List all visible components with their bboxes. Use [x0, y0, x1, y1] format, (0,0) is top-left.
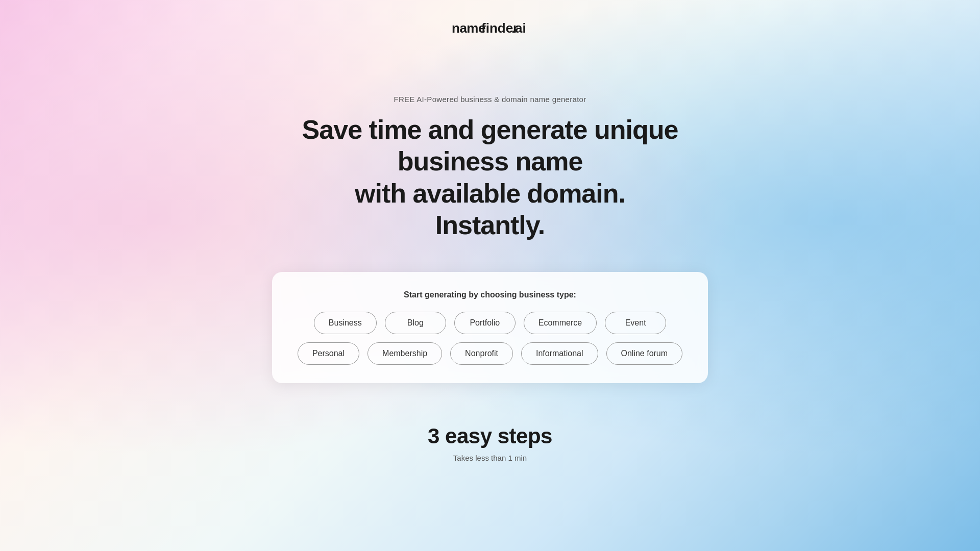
type-btn-online-forum[interactable]: Online forum [606, 342, 683, 365]
header: name finder . ai [449, 10, 531, 44]
button-grid: Business Blog Portfolio Ecommerce Event … [298, 312, 682, 365]
headline: Save time and generate unique business n… [299, 114, 681, 241]
logo[interactable]: name finder . ai [449, 10, 531, 44]
type-btn-blog[interactable]: Blog [385, 312, 446, 334]
type-btn-portfolio[interactable]: Portfolio [454, 312, 516, 334]
type-btn-business[interactable]: Business [314, 312, 377, 334]
svg-text:ai: ai [515, 20, 526, 36]
headline-line2: with available domain. Instantly. [355, 179, 625, 240]
steps-title: 3 easy steps [428, 424, 552, 448]
type-btn-event[interactable]: Event [605, 312, 666, 334]
hero-section: FREE AI-Powered business & domain name g… [299, 95, 681, 241]
steps-subtitle: Takes less than 1 min [453, 454, 527, 462]
type-btn-personal[interactable]: Personal [298, 342, 359, 365]
svg-text:name: name [452, 20, 485, 36]
logo-svg: name finder . ai [449, 14, 531, 40]
business-type-card: Start generating by choosing business ty… [272, 272, 708, 383]
type-btn-ecommerce[interactable]: Ecommerce [524, 312, 597, 334]
card-title: Start generating by choosing business ty… [298, 290, 682, 299]
button-row-2: Personal Membership Nonprofit Informatio… [298, 342, 682, 365]
tagline: FREE AI-Powered business & domain name g… [394, 95, 586, 104]
type-btn-nonprofit[interactable]: Nonprofit [450, 342, 513, 365]
button-row-1: Business Blog Portfolio Ecommerce Event [314, 312, 666, 334]
type-btn-membership[interactable]: Membership [368, 342, 442, 365]
headline-line1: Save time and generate unique business n… [302, 115, 678, 176]
type-btn-informational[interactable]: Informational [521, 342, 598, 365]
steps-section: 3 easy steps Takes less than 1 min [428, 424, 552, 462]
